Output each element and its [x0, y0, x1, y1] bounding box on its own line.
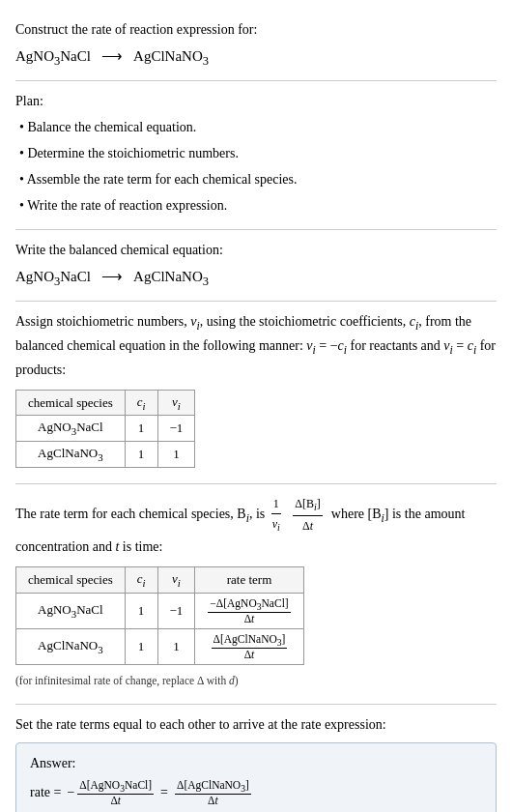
rate-frac-2: Δ[AgClNaNO3] Δt — [175, 779, 251, 806]
rt-species-1: AgNO3NaCl — [16, 593, 126, 628]
stoich-vi-1: −1 — [157, 416, 195, 442]
stoich-intro: Assign stoichiometric numbers, νi, using… — [15, 311, 497, 382]
plan-step-4: Write the rate of reaction expression. — [19, 195, 497, 216]
stoich-species-2: AgClNaNO3 — [16, 442, 126, 468]
balanced-eq-section: Write the balanced chemical equation: Ag… — [15, 230, 497, 302]
rate-term-table: chemical species ci νi rate term AgNO3Na… — [15, 566, 304, 665]
stoich-vi-2: 1 — [157, 442, 195, 468]
rt-row-1: AgNO3NaCl 1 −1 −Δ[AgNO3NaCl] Δt — [16, 593, 304, 628]
plan-step-1: Balance the chemical equation. — [19, 117, 497, 137]
rt-ci-2: 1 — [125, 629, 157, 665]
answer-label: Answer: — [30, 753, 482, 773]
stoich-row-1: AgNO3NaCl 1 −1 — [16, 416, 195, 442]
header-section: Construct the rate of reaction expressio… — [15, 10, 497, 81]
balanced-eq-reaction: AgNO3NaCl ⟶ AgClNaNO3 — [15, 266, 497, 291]
rt-vi-2: 1 — [157, 629, 195, 665]
balanced-eq-title: Write the balanced chemical equation: — [15, 240, 497, 260]
rate-frac-1: Δ[AgNO3NaCl] Δt — [77, 779, 154, 806]
rate-term-formula: 1 νi — [270, 494, 282, 536]
plan-steps: Balance the chemical equation. Determine… — [19, 117, 497, 216]
plan-step-3: Assemble the rate term for each chemical… — [19, 169, 497, 189]
rate-term-intro: The rate term for each chemical species,… — [15, 494, 497, 560]
rt-col-rate: rate term — [195, 567, 303, 594]
stoich-row-2: AgClNaNO3 1 1 — [16, 442, 195, 468]
rt-ci-1: 1 — [125, 593, 157, 628]
rate-term-section: The rate term for each chemical species,… — [15, 484, 497, 705]
plan-step-2: Determine the stoichiometric numbers. — [19, 143, 497, 163]
rt-col-ci: ci — [125, 567, 157, 594]
rt-term-2: Δ[AgClNaNO3] Δt — [195, 629, 303, 665]
stoich-col-species: chemical species — [16, 390, 126, 416]
rt-vi-1: −1 — [157, 593, 195, 628]
equals-sign: = — [160, 785, 168, 800]
rate-term-footnote: (for infinitesimal rate of change, repla… — [15, 673, 497, 689]
rt-species-2: AgClNaNO3 — [16, 629, 126, 665]
answer-box: Answer: rate = − Δ[AgNO3NaCl] Δt = Δ[AgC… — [15, 742, 497, 812]
plan-section: Plan: Balance the chemical equation. Det… — [15, 81, 497, 230]
stoich-species-1: AgNO3NaCl — [16, 416, 126, 442]
answer-section: Set the rate terms equal to each other t… — [15, 705, 497, 812]
set-equal-text: Set the rate terms equal to each other t… — [15, 714, 497, 735]
rate-expression: rate = − Δ[AgNO3NaCl] Δt = Δ[AgClNaNO3] … — [30, 779, 482, 806]
stoich-col-vi: νi — [157, 390, 195, 416]
stoich-col-ci: ci — [125, 390, 157, 416]
rt-col-species: chemical species — [16, 567, 126, 594]
stoich-ci-1: 1 — [125, 416, 157, 442]
header-title: Construct the rate of reaction expressio… — [15, 19, 497, 40]
plan-title: Plan: — [15, 91, 497, 111]
stoich-table: chemical species ci νi AgNO3NaCl 1 −1 Ag… — [15, 390, 195, 468]
rate-term-delta: Δ[Bi] Δt — [293, 494, 323, 536]
stoich-section: Assign stoichiometric numbers, νi, using… — [15, 302, 497, 484]
rt-row-2: AgClNaNO3 1 1 Δ[AgClNaNO3] Δt — [16, 629, 304, 665]
stoich-ci-2: 1 — [125, 442, 157, 468]
header-reaction: AgNO3NaCl ⟶ AgClNaNO3 — [15, 45, 497, 71]
rt-col-vi: νi — [157, 567, 195, 594]
minus-sign: − — [67, 785, 74, 800]
rt-term-1: −Δ[AgNO3NaCl] Δt — [195, 593, 303, 628]
rate-label: rate = — [30, 785, 61, 800]
